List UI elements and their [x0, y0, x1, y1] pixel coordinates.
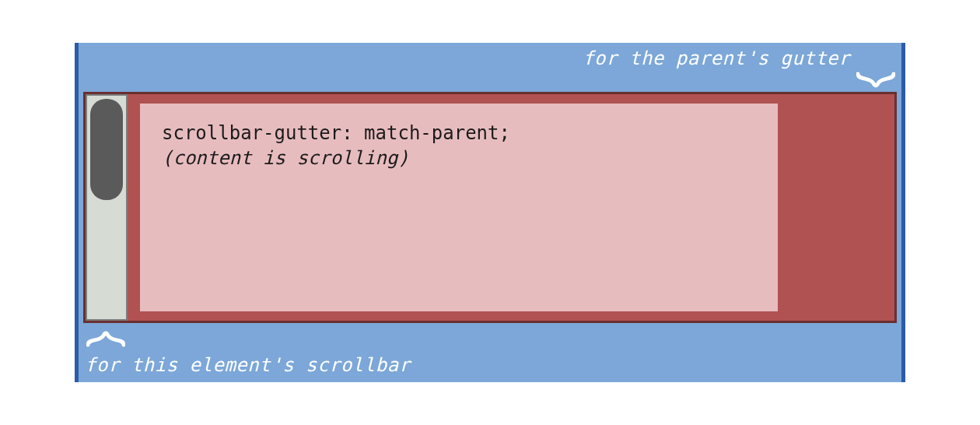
brace-down-icon — [856, 71, 895, 93]
parent-container: for the parent's gutter scrollbar-gutter… — [75, 43, 905, 382]
scrollbar-thumb[interactable] — [90, 99, 123, 200]
css-property-text: scrollbar-gutter: match-parent; — [162, 121, 756, 146]
content-status-text: (content is scrolling) — [162, 146, 756, 170]
element-scrollbar-label: for this element's scrollbar — [85, 354, 411, 376]
brace-up-icon — [86, 326, 125, 348]
diagram-stage: for the parent's gutter scrollbar-gutter… — [75, 43, 905, 382]
parent-gutter-label: for the parent's gutter — [583, 47, 850, 69]
scrollbar-track[interactable] — [86, 94, 128, 321]
content-area: scrollbar-gutter: match-parent; (content… — [140, 104, 778, 311]
child-container: scrollbar-gutter: match-parent; (content… — [83, 92, 897, 323]
